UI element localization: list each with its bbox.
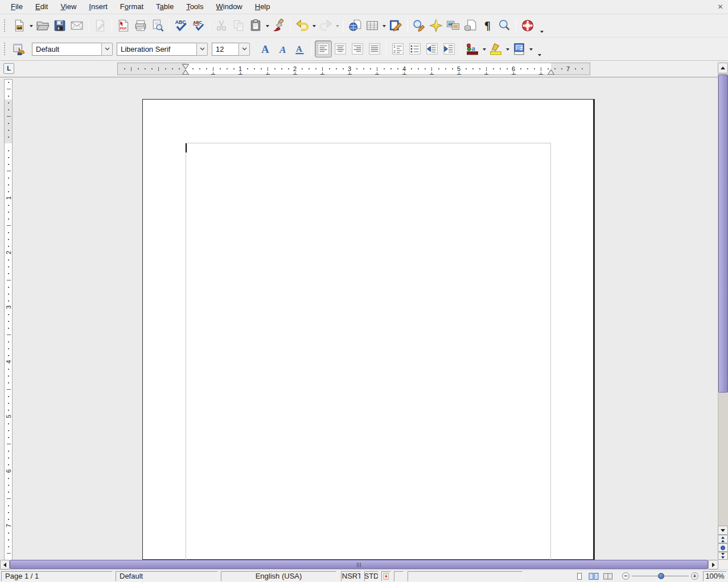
vertical-ruler[interactable]: 1234567 bbox=[4, 79, 13, 564]
help-button[interactable] bbox=[519, 17, 536, 34]
status-info-field[interactable] bbox=[408, 571, 523, 581]
zoom-slider[interactable]: − + bbox=[622, 571, 698, 581]
italic-button[interactable]: A bbox=[274, 40, 291, 57]
highlighting-dropdown-arrow[interactable] bbox=[504, 40, 511, 57]
selection-mode-field[interactable]: STD bbox=[364, 571, 379, 581]
view-multiple-pages-button[interactable] bbox=[587, 571, 600, 581]
menu-view[interactable]: View bbox=[54, 0, 83, 14]
data-sources-button[interactable] bbox=[462, 17, 479, 34]
new-document-dropdown-arrow[interactable] bbox=[28, 17, 34, 34]
zoom-in-button[interactable]: + bbox=[691, 572, 698, 580]
email-document-button[interactable] bbox=[68, 17, 85, 34]
toolbar-grip[interactable] bbox=[4, 19, 8, 32]
page-style-field[interactable]: Default bbox=[116, 571, 218, 581]
page-number-field[interactable]: Page 1 / 1 bbox=[1, 571, 113, 581]
scroll-up-button[interactable] bbox=[718, 63, 728, 73]
standard-toolbar-overflow-button[interactable] bbox=[538, 28, 545, 35]
justified-button[interactable] bbox=[366, 40, 383, 57]
menu-window[interactable]: Window bbox=[210, 0, 249, 14]
save-button[interactable] bbox=[51, 17, 68, 34]
scroll-down-button[interactable] bbox=[718, 526, 728, 535]
zoom-slider-track[interactable] bbox=[632, 576, 689, 576]
document-modified-field[interactable] bbox=[381, 571, 391, 581]
font-name-dropdown-button[interactable] bbox=[196, 43, 208, 56]
redo-dropdown-arrow[interactable] bbox=[334, 17, 340, 34]
print-button[interactable] bbox=[132, 17, 149, 34]
menu-table[interactable]: Table bbox=[150, 0, 180, 14]
page-preview-button[interactable] bbox=[149, 17, 166, 34]
vertical-scrollbar-thumb[interactable] bbox=[718, 75, 728, 393]
navigator-button[interactable] bbox=[427, 17, 445, 34]
background-color-dropdown-arrow[interactable] bbox=[528, 40, 534, 57]
next-page-button[interactable] bbox=[718, 552, 728, 560]
vertical-scrollbar-track[interactable] bbox=[718, 73, 728, 560]
undo-button[interactable] bbox=[294, 17, 311, 34]
table-dropdown-arrow[interactable] bbox=[381, 17, 387, 34]
paste-button[interactable] bbox=[247, 17, 264, 34]
font-name-input[interactable] bbox=[117, 43, 196, 56]
navigation-button[interactable] bbox=[718, 543, 728, 552]
tab-stop-type-selector[interactable]: L bbox=[3, 63, 14, 74]
menu-help[interactable]: Help bbox=[249, 0, 277, 14]
digital-signature-field[interactable] bbox=[394, 571, 404, 581]
close-document-button[interactable]: ✕ bbox=[715, 2, 726, 13]
copy-button[interactable] bbox=[230, 17, 247, 34]
cut-button[interactable] bbox=[213, 17, 230, 34]
horizontal-scrollbar-track[interactable] bbox=[10, 560, 708, 569]
menu-edit[interactable]: Edit bbox=[29, 0, 54, 14]
nonprinting-characters-button[interactable]: ¶ bbox=[479, 17, 496, 34]
right-indent-marker[interactable] bbox=[548, 69, 555, 75]
horizontal-scrollbar-thumb[interactable] bbox=[10, 560, 708, 569]
insert-mode-field[interactable]: INSRT bbox=[341, 571, 361, 581]
vertical-scrollbar[interactable] bbox=[718, 63, 728, 560]
formatting-toolbar-overflow-button[interactable] bbox=[536, 51, 543, 58]
increase-indent-button[interactable] bbox=[441, 40, 458, 57]
menu-tools[interactable]: Tools bbox=[180, 0, 209, 14]
auto-spellcheck-button[interactable]: ABC bbox=[190, 17, 207, 34]
hyperlink-button[interactable] bbox=[347, 17, 364, 34]
font-color-button[interactable]: a bbox=[464, 40, 481, 57]
view-book-button[interactable] bbox=[602, 571, 614, 581]
align-left-button[interactable] bbox=[315, 40, 332, 57]
zoom-slider-thumb[interactable] bbox=[658, 573, 664, 579]
menu-insert[interactable]: Insert bbox=[83, 0, 114, 14]
underline-button[interactable]: A bbox=[291, 40, 309, 57]
new-document-button[interactable] bbox=[11, 17, 28, 34]
toolbar-grip[interactable] bbox=[4, 43, 8, 55]
export-pdf-button[interactable]: PDF bbox=[115, 17, 132, 34]
scroll-right-button[interactable] bbox=[708, 560, 718, 569]
redo-button[interactable] bbox=[317, 17, 334, 34]
decrease-indent-button[interactable] bbox=[423, 40, 441, 57]
menu-file[interactable]: File bbox=[5, 0, 29, 14]
zoom-button[interactable] bbox=[496, 17, 513, 34]
find-replace-button[interactable] bbox=[410, 17, 427, 34]
align-center-button[interactable] bbox=[332, 40, 349, 57]
font-size-dropdown-button[interactable] bbox=[238, 43, 250, 56]
view-single-page-button[interactable] bbox=[573, 571, 586, 581]
open-button[interactable] bbox=[34, 17, 51, 34]
left-indent-marker[interactable] bbox=[182, 64, 190, 75]
horizontal-scrollbar[interactable] bbox=[0, 560, 728, 569]
paragraph-style-dropdown-button[interactable] bbox=[101, 43, 113, 56]
font-color-dropdown-arrow[interactable] bbox=[481, 40, 487, 57]
paragraph-style-input[interactable] bbox=[32, 43, 101, 56]
background-color-button[interactable] bbox=[511, 40, 528, 57]
previous-page-button[interactable] bbox=[718, 535, 728, 543]
font-size-input[interactable] bbox=[212, 43, 238, 56]
bold-button[interactable]: A bbox=[257, 40, 274, 57]
table-button[interactable] bbox=[364, 17, 381, 34]
paste-dropdown-arrow[interactable] bbox=[264, 17, 270, 34]
gallery-button[interactable] bbox=[445, 17, 462, 34]
spellcheck-button[interactable]: ABC bbox=[172, 17, 190, 34]
menu-format[interactable]: Format bbox=[114, 0, 150, 14]
format-paintbrush-button[interactable] bbox=[270, 17, 287, 34]
highlighting-button[interactable] bbox=[487, 40, 504, 57]
horizontal-ruler[interactable]: 1234567 bbox=[117, 63, 590, 75]
scroll-left-button[interactable] bbox=[0, 560, 10, 569]
edit-file-button[interactable] bbox=[92, 17, 109, 34]
numbered-list-button[interactable]: 12 bbox=[389, 40, 406, 57]
styles-and-formatting-button[interactable] bbox=[11, 40, 28, 57]
undo-dropdown-arrow[interactable] bbox=[311, 17, 317, 34]
bullet-list-button[interactable] bbox=[406, 40, 423, 57]
zoom-level-field[interactable]: 100% bbox=[703, 571, 727, 581]
